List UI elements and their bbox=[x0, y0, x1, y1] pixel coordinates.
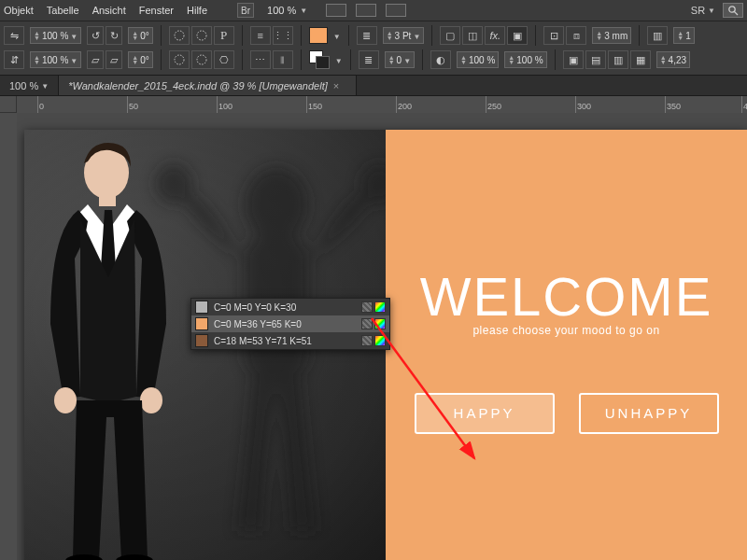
zoom-display[interactable]: 100 %▼ bbox=[267, 5, 307, 16]
effect-4-icon[interactable]: ▣ bbox=[507, 26, 528, 45]
swatch-row[interactable]: C=0 M=0 Y=0 K=30 bbox=[191, 299, 389, 315]
search-icon[interactable] bbox=[723, 3, 743, 18]
ruler-tick-label: 400 bbox=[743, 102, 747, 111]
columns-group: ▥ bbox=[647, 26, 668, 45]
menu-ansicht[interactable]: Ansicht bbox=[92, 5, 126, 16]
ruler-tick-label: 350 bbox=[667, 102, 681, 111]
align-2-icon[interactable]: ⋮⋮ bbox=[273, 26, 293, 45]
align-1-icon[interactable]: ≡ bbox=[250, 26, 271, 45]
swatches-panel[interactable]: C=0 M=0 Y=0 K=30C=0 M=36 Y=65 K=0C=18 M=… bbox=[190, 298, 390, 350]
ruler-tick-label: 250 bbox=[487, 102, 501, 111]
fill-dropdown-icon[interactable]: ▼ bbox=[333, 33, 341, 41]
effect-2-icon[interactable]: ◫ bbox=[462, 26, 483, 45]
canvas-viewport[interactable]: WELCOME please choose your mood to go on… bbox=[17, 113, 747, 560]
path-ops-group: P bbox=[169, 26, 234, 45]
swatch-model-icon bbox=[374, 301, 386, 313]
menu-fenster[interactable]: Fenster bbox=[139, 5, 174, 16]
rotate-cw-icon[interactable]: ↻ bbox=[106, 26, 122, 45]
workspace-switcher[interactable]: SR▼ bbox=[691, 5, 715, 16]
ruler-vertical[interactable] bbox=[0, 113, 17, 560]
shear-1-icon[interactable]: ▱ bbox=[87, 50, 104, 69]
stroke-style-icon[interactable]: ≣ bbox=[357, 26, 377, 45]
pathop-3-icon[interactable] bbox=[169, 50, 190, 69]
effect-1-icon[interactable]: ▢ bbox=[440, 26, 460, 45]
stroke-extra-field[interactable]: ▲▼0▼ bbox=[385, 51, 415, 68]
stroke-weight-field[interactable]: ▲▼3 Pt▼ bbox=[383, 27, 425, 44]
flip-v-icon[interactable]: ⇵ bbox=[4, 50, 24, 69]
doc-zoom-display[interactable]: 100 % ▼ bbox=[0, 76, 59, 95]
document-tab[interactable]: *Wandkalender_2015_4eck.indd @ 39 % [Umg… bbox=[59, 76, 357, 95]
view-setting-3-icon[interactable] bbox=[386, 4, 406, 17]
menu-tabelle[interactable]: Tabelle bbox=[47, 5, 79, 16]
swatch-name: C=0 M=36 Y=65 K=0 bbox=[214, 319, 356, 329]
menu-hilfe[interactable]: Hilfe bbox=[187, 5, 207, 16]
distribute-2-icon[interactable]: ⫴ bbox=[273, 50, 293, 69]
effects-group: ▢ ◫ fx. ▣ bbox=[440, 26, 528, 45]
pct-field-1[interactable]: ▲▼100 % bbox=[457, 51, 499, 68]
pathop-5-icon[interactable]: ⎔ bbox=[214, 50, 234, 69]
shear-2-icon[interactable]: ▱ bbox=[106, 50, 122, 69]
swatch-model-icon bbox=[374, 318, 386, 329]
distribute-1-icon[interactable]: ⋯ bbox=[250, 50, 271, 69]
fill-swatch[interactable] bbox=[309, 27, 328, 44]
rotate-ccw-icon[interactable]: ↺ bbox=[87, 26, 104, 45]
fit-icon[interactable]: ⧈ bbox=[566, 26, 586, 45]
artboard-right-panel: WELCOME please choose your mood to go on… bbox=[386, 130, 747, 560]
swatch-row[interactable]: C=18 M=53 Y=71 K=51 bbox=[191, 332, 389, 349]
pathop-1-icon[interactable] bbox=[169, 26, 190, 45]
pathop-2-icon[interactable] bbox=[191, 26, 212, 45]
fill-stroke-swatch[interactable] bbox=[309, 50, 330, 69]
columns-field[interactable]: ▲▼1 bbox=[673, 27, 695, 44]
align-group: ≡ ⋮⋮ bbox=[250, 26, 293, 45]
crop-icon[interactable]: ⊡ bbox=[543, 26, 564, 45]
view-setting-2-icon[interactable] bbox=[356, 4, 376, 17]
menu-objekt[interactable]: Objekt bbox=[4, 5, 34, 16]
happy-button[interactable]: HAPPY bbox=[415, 393, 555, 434]
frame-fit-4-icon[interactable]: ▦ bbox=[630, 50, 651, 69]
swatch-dropdown-icon[interactable]: ▼ bbox=[335, 57, 343, 65]
swatch-name: C=18 M=53 Y=71 K=51 bbox=[214, 336, 356, 346]
swatch-type-icon bbox=[361, 335, 373, 346]
gap-field-2[interactable]: ▲▼4,23 bbox=[656, 51, 690, 68]
frame-fit-2-icon[interactable]: ▤ bbox=[585, 50, 606, 69]
view-setting-1-icon[interactable] bbox=[326, 4, 346, 17]
svg-point-13 bbox=[140, 387, 162, 413]
svg-point-4 bbox=[175, 55, 184, 64]
opacity-field-1[interactable]: ▲▼100 %▼ bbox=[30, 27, 81, 44]
app-menubar: Objekt Tabelle Ansicht Fenster Hilfe Br … bbox=[0, 0, 747, 21]
unhappy-button[interactable]: UNHAPPY bbox=[579, 393, 719, 434]
paragraph-p-icon[interactable]: P bbox=[214, 26, 234, 45]
blendmode-icon[interactable]: ◐ bbox=[430, 50, 451, 69]
ruler-origin[interactable] bbox=[0, 96, 17, 113]
swatch-type-icon bbox=[361, 318, 373, 329]
ruler-tick-label: 300 bbox=[577, 102, 591, 111]
opacity-field-2[interactable]: ▲▼100 %▼ bbox=[30, 51, 81, 68]
control-panel: ⇋ ▲▼100 %▼ ↺ ↻ ▲▼0° P ≡ ⋮⋮ ▼ ≣ ▲▼3 Pt▼ ▢… bbox=[0, 21, 747, 76]
frame-fit-1-icon[interactable]: ▣ bbox=[563, 50, 584, 69]
frame-fit-group: ⊡ ⧈ bbox=[543, 26, 586, 45]
editor-area: 050100150200250300350400 bbox=[0, 96, 747, 560]
frame-fit-3-icon[interactable]: ▥ bbox=[608, 50, 628, 69]
angle-field-1[interactable]: ▲▼0° bbox=[128, 27, 153, 44]
fx-icon[interactable]: fx. bbox=[485, 26, 505, 45]
stroke-style2-icon[interactable]: ≣ bbox=[359, 50, 379, 69]
document-tab-bar: 100 % ▼ *Wandkalender_2015_4eck.indd @ 3… bbox=[0, 76, 747, 96]
pct-field-2[interactable]: ▲▼100 % bbox=[504, 51, 546, 68]
swatch-row[interactable]: C=0 M=36 Y=65 K=0 bbox=[191, 315, 389, 332]
document-tab-label: *Wandkalender_2015_4eck.indd @ 39 % [Umg… bbox=[68, 80, 328, 91]
columns-icon[interactable]: ▥ bbox=[647, 26, 668, 45]
svg-point-12 bbox=[54, 387, 77, 413]
ruler-horizontal[interactable]: 050100150200250300350400 bbox=[17, 96, 747, 113]
gap-field-1[interactable]: ▲▼3 mm bbox=[592, 27, 631, 44]
pathop-4-icon[interactable] bbox=[191, 50, 212, 69]
swatch-name: C=0 M=0 Y=0 K=30 bbox=[214, 302, 356, 313]
svg-point-0 bbox=[729, 7, 735, 12]
bridge-icon[interactable]: Br bbox=[237, 3, 254, 18]
swatch-chip bbox=[195, 334, 208, 347]
flip-h-icon[interactable]: ⇋ bbox=[4, 26, 24, 45]
close-tab-icon[interactable]: × bbox=[333, 80, 339, 91]
angle-field-2[interactable]: ▲▼0° bbox=[128, 51, 153, 68]
ruler-tick-label: 0 bbox=[39, 102, 44, 111]
swatch-type-icon bbox=[361, 301, 373, 313]
svg-rect-11 bbox=[99, 193, 116, 206]
